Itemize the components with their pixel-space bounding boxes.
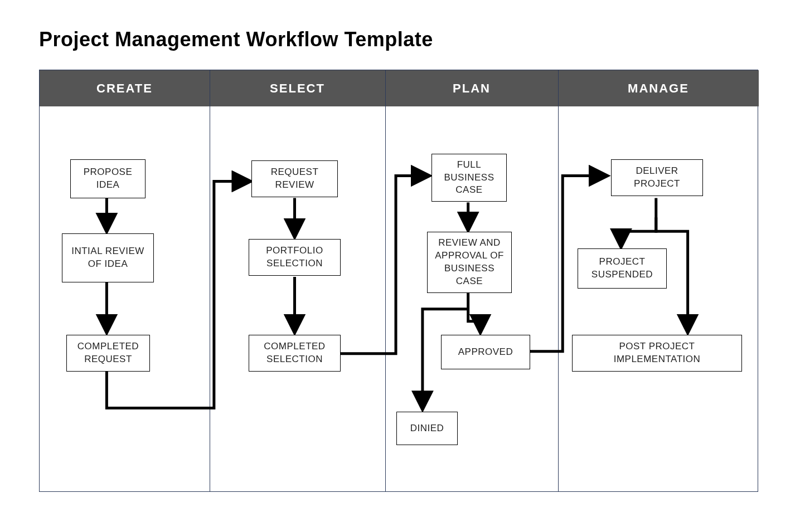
node-full-business-case: FULL BUSINESS CASE xyxy=(431,154,507,202)
lane-divider xyxy=(385,70,386,491)
page-title: Project Management Workflow Template xyxy=(39,28,433,51)
lane-divider xyxy=(210,70,210,491)
lane-divider xyxy=(558,70,559,491)
lane-header-select: SELECT xyxy=(210,70,385,106)
node-project-suspended: PROJECT SUSPENDED xyxy=(578,248,667,289)
node-review-approval: REVIEW AND APPROVAL OF BUSINESS CASE xyxy=(427,232,512,293)
node-completed-request: COMPLETED REQUEST xyxy=(66,335,150,372)
node-propose-idea: PROPOSE IDEA xyxy=(70,159,146,198)
lane-header-plan: PLAN xyxy=(385,70,558,106)
node-portfolio-selection: PORTFOLIO SELECTION xyxy=(249,239,341,276)
node-request-review: REQUEST REVIEW xyxy=(251,160,338,197)
node-initial-review: INTIAL REVIEW OF IDEA xyxy=(62,233,154,282)
lane-header-create: CREATE xyxy=(40,70,210,106)
node-completed-selection: COMPLETED SELECTION xyxy=(249,335,341,372)
node-deliver-project: DELIVER PROJECT xyxy=(611,159,703,196)
edge-completed-to-request-review xyxy=(106,181,250,408)
node-denied: DINIED xyxy=(396,412,458,445)
node-post-impl: POST PROJECT IMPLEMENTATION xyxy=(572,335,742,372)
swimlane-frame: CREATE SELECT PLAN MANAGE xyxy=(39,70,758,492)
edge-review-to-approved xyxy=(468,292,481,333)
lane-header-manage: MANAGE xyxy=(558,70,759,106)
node-approved: APPROVED xyxy=(441,335,530,369)
edge-deliver-to-suspended xyxy=(621,198,656,247)
